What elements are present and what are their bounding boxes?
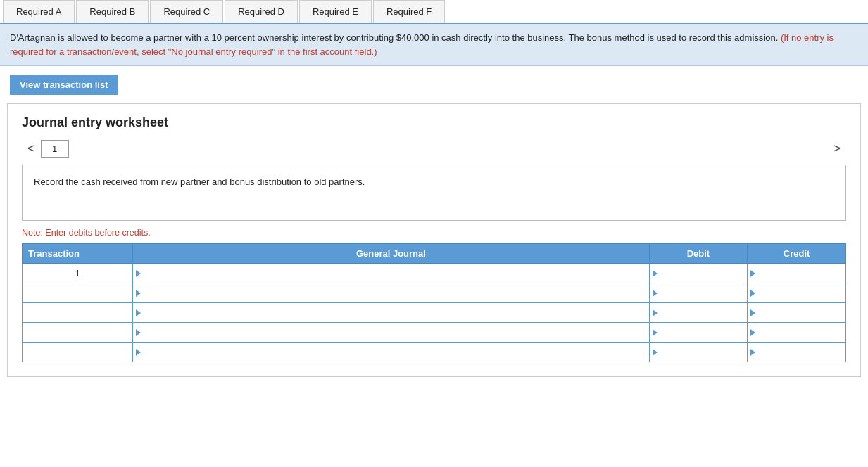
debit-input-3[interactable] (660, 303, 748, 322)
nav-row: < 1 > (22, 140, 846, 158)
general-journal-input-5[interactable] (144, 343, 648, 362)
tab-required-f[interactable]: Required F (373, 0, 445, 23)
debit-input-5[interactable] (660, 343, 748, 362)
worksheet-container: Journal entry worksheet < 1 > Record the… (7, 103, 861, 377)
description-box: D'Artagnan is allowed to become a partne… (0, 24, 868, 66)
arrow-icon-5 (136, 349, 141, 356)
credit-arrow-icon-4 (750, 329, 755, 336)
transaction-num-5 (23, 343, 133, 362)
credit-arrow-icon-1 (750, 270, 755, 277)
tab-required-e[interactable]: Required E (299, 0, 372, 23)
debit-arrow-icon-2 (653, 290, 658, 297)
general-journal-input-3[interactable] (144, 303, 648, 322)
general-journal-input-4[interactable] (144, 323, 648, 342)
tab-required-d[interactable]: Required D (225, 0, 298, 23)
debit-arrow-icon-3 (653, 309, 658, 316)
debit-arrow-icon-5 (653, 349, 658, 356)
debit-cell-5[interactable] (649, 343, 748, 362)
transaction-num-2 (23, 283, 133, 303)
record-description-text: Record the cash received from new partne… (34, 177, 365, 187)
debit-input-1[interactable] (660, 264, 748, 283)
tab-required-c[interactable]: Required C (150, 0, 223, 23)
table-row (23, 283, 846, 303)
debit-input-2[interactable] (660, 283, 748, 302)
col-header-debit: Debit (649, 244, 748, 264)
note-text: Note: Enter debits before credits. (22, 228, 846, 238)
col-header-credit: Credit (748, 244, 846, 264)
debit-cell-4[interactable] (649, 323, 748, 343)
debit-cell-2[interactable] (649, 283, 748, 303)
arrow-icon-1 (136, 270, 141, 277)
nav-prev-arrow[interactable]: < (22, 140, 41, 158)
worksheet-title: Journal entry worksheet (22, 115, 846, 130)
arrow-icon-4 (136, 329, 141, 336)
general-journal-cell-5[interactable] (133, 343, 649, 362)
table-header-row: Transaction General Journal Debit Credit (23, 244, 846, 264)
general-journal-input-2[interactable] (144, 283, 648, 302)
general-journal-cell-3[interactable] (133, 303, 649, 323)
transaction-num-4 (23, 323, 133, 343)
debit-cell-3[interactable] (649, 303, 748, 323)
debit-arrow-icon-1 (653, 270, 658, 277)
general-journal-cell-1[interactable] (133, 264, 649, 283)
credit-arrow-icon-3 (750, 309, 755, 316)
transaction-num-3 (23, 303, 133, 323)
credit-cell-4[interactable] (748, 323, 846, 343)
credit-input-4[interactable] (758, 323, 845, 342)
credit-input-5[interactable] (758, 343, 845, 362)
credit-cell-1[interactable] (748, 264, 846, 283)
general-journal-input-1[interactable] (144, 264, 648, 283)
debit-input-4[interactable] (660, 323, 748, 342)
arrow-icon-3 (136, 309, 141, 316)
journal-table: Transaction General Journal Debit Credit… (22, 243, 846, 362)
table-row (23, 303, 846, 323)
record-description-box: Record the cash received from new partne… (22, 165, 846, 221)
arrow-icon-2 (136, 290, 141, 297)
col-header-transaction: Transaction (23, 244, 133, 264)
credit-input-2[interactable] (758, 283, 845, 302)
credit-cell-3[interactable] (748, 303, 846, 323)
general-journal-cell-2[interactable] (133, 283, 649, 303)
col-header-general-journal: General Journal (133, 244, 649, 264)
table-row: 1 (23, 264, 846, 283)
table-row (23, 323, 846, 343)
view-transaction-button[interactable]: View transaction list (10, 75, 118, 95)
general-journal-cell-4[interactable] (133, 323, 649, 343)
nav-next-arrow[interactable]: > (827, 140, 846, 158)
table-row (23, 343, 846, 362)
credit-arrow-icon-2 (750, 290, 755, 297)
credit-input-1[interactable] (758, 264, 845, 283)
credit-arrow-icon-5 (750, 349, 755, 356)
tab-required-a[interactable]: Required A (3, 0, 75, 23)
transaction-num-1: 1 (23, 264, 133, 283)
credit-cell-2[interactable] (748, 283, 846, 303)
debit-arrow-icon-4 (653, 329, 658, 336)
tabs-bar: Required A Required B Required C Require… (0, 0, 868, 24)
credit-input-3[interactable] (758, 303, 845, 322)
debit-cell-1[interactable] (649, 264, 748, 283)
tab-required-b[interactable]: Required B (76, 0, 149, 23)
credit-cell-5[interactable] (748, 343, 846, 362)
nav-page-number: 1 (41, 140, 69, 158)
description-main-text: D'Artagnan is allowed to become a partne… (10, 32, 778, 43)
